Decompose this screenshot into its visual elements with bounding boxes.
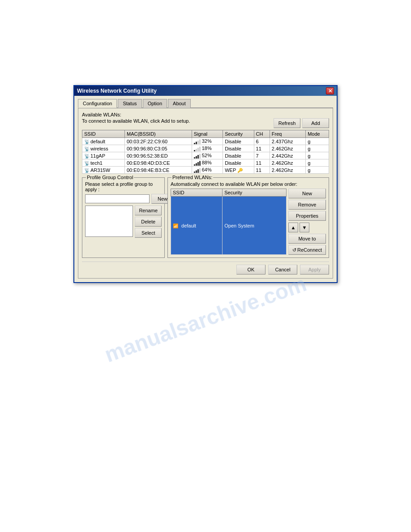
- wlan-table-row[interactable]: 📡11gAP 00:90:96:52:38:ED 52% Disable 7 2…: [82, 152, 329, 159]
- down-arrow-button[interactable]: ▼: [300, 223, 309, 232]
- preferred-reconnect-button[interactable]: ↺ ReConnect: [288, 245, 326, 255]
- profile-listbox-col: [85, 206, 133, 239]
- profile-group-panel: Profile Group Control Please select a pr…: [82, 177, 165, 258]
- refresh-button[interactable]: Refresh: [274, 118, 300, 128]
- preferred-row-ssid: 📶 default: [171, 197, 223, 255]
- preferred-table: SSID Security 📶 default: [171, 189, 287, 255]
- profile-delete-button[interactable]: Delete: [135, 217, 162, 227]
- preferred-moveto-button[interactable]: Move to: [288, 234, 326, 244]
- preferred-col-security: Security: [223, 189, 287, 197]
- col-mode: Mode: [306, 130, 329, 138]
- tab-status[interactable]: Status: [118, 99, 141, 108]
- profile-listbox[interactable]: [85, 206, 133, 237]
- col-security: Security: [223, 130, 254, 138]
- wlan-table-row[interactable]: 📡wireless 00:90:96:80:C3:05 18% Disable …: [82, 145, 329, 152]
- profile-group-description: Please select a profile group to apply :: [85, 181, 162, 192]
- svg-rect-14: [197, 162, 199, 166]
- add-button[interactable]: Add: [302, 118, 329, 128]
- cell-ch: 11: [254, 145, 270, 152]
- cell-ch: 6: [254, 138, 270, 145]
- col-ssid: SSID: [82, 130, 125, 138]
- svg-rect-16: [194, 172, 195, 173]
- svg-rect-4: [194, 150, 195, 151]
- cell-signal: 88%: [192, 159, 223, 167]
- cell-ssid: 📡AR315W: [82, 167, 125, 174]
- cell-security: Disable: [223, 145, 254, 152]
- col-freq: Freq: [270, 130, 305, 138]
- cell-ch: 7: [254, 152, 270, 159]
- cell-security: Disable: [223, 138, 254, 145]
- cell-security: Disable: [223, 152, 254, 159]
- col-ch: CH: [254, 130, 270, 138]
- apply-button[interactable]: Apply: [300, 265, 329, 275]
- wifi-icon: 📶: [173, 223, 178, 228]
- svg-rect-1: [196, 142, 197, 145]
- cell-signal: 64%: [192, 167, 223, 174]
- cell-mode: g: [306, 167, 329, 174]
- svg-rect-19: [199, 168, 201, 173]
- preferred-wlans-description: Automatically connect to available WLAN …: [171, 181, 326, 187]
- top-row: To connect to available WLAN, click Add …: [82, 118, 329, 128]
- svg-rect-17: [196, 171, 197, 173]
- cell-mode: g: [306, 138, 329, 145]
- title-bar: Wireless Network Config Utility ✕: [74, 86, 337, 96]
- preferred-remove-button[interactable]: Remove: [288, 200, 326, 210]
- wlan-table-row[interactable]: 📡tech1 00:E0:98:4D:D3:CE 88% Disable 11 …: [82, 159, 329, 167]
- cell-ch: 11: [254, 167, 270, 174]
- tab-option[interactable]: Option: [143, 99, 167, 108]
- available-wlans-label: Available WLANs:: [82, 112, 329, 117]
- cell-mode: g: [306, 145, 329, 152]
- preferred-buttons: New Remove Properties ▲ ▼ Move to ↺ ReCo…: [288, 189, 326, 255]
- cancel-button[interactable]: Cancel: [268, 265, 297, 275]
- cell-mac: 00:E0:98:4D:D3:CE: [125, 159, 192, 167]
- svg-rect-13: [196, 163, 197, 166]
- preferred-row-security: Open System: [223, 197, 287, 255]
- col-mac: MAC(BSSID): [125, 130, 192, 138]
- profile-right: Rename Delete Select: [85, 206, 162, 239]
- top-buttons: Refresh Add: [274, 118, 329, 128]
- cell-mac: 00:90:96:80:C3:05: [125, 145, 192, 152]
- preferred-table-row[interactable]: 📶 default Open System: [171, 197, 287, 255]
- window-title: Wireless Network Config Utility: [77, 88, 157, 94]
- svg-rect-9: [196, 156, 197, 159]
- profile-group-label: Profile Group Control: [86, 175, 134, 180]
- svg-rect-3: [199, 140, 201, 145]
- preferred-main: SSID Security 📶 default: [171, 189, 326, 255]
- wlan-table: SSID MAC(BSSID) Signal Security CH Freq …: [82, 130, 329, 174]
- profile-rename-button[interactable]: Rename: [135, 206, 162, 215]
- svg-rect-0: [194, 143, 195, 144]
- preferred-new-button[interactable]: New: [288, 189, 326, 198]
- close-button[interactable]: ✕: [326, 87, 334, 94]
- reconnect-icon: ↺: [292, 247, 296, 253]
- wlan-table-row[interactable]: 📡AR315W 00:E0:98:4E:B3:CE 64% WEP 🔑 11 2…: [82, 167, 329, 174]
- svg-rect-7: [199, 147, 201, 152]
- profile-name-input[interactable]: [85, 194, 150, 203]
- bottom-bar: OK Cancel Apply: [82, 262, 329, 275]
- ok-button[interactable]: OK: [236, 265, 265, 275]
- up-arrow-button[interactable]: ▲: [288, 223, 298, 232]
- cell-ssid: 📡tech1: [82, 159, 125, 167]
- profile-new-row: New: [85, 194, 162, 204]
- wlan-table-row[interactable]: 📡default 00:03:2F:22:C9:60 32% Disable 6…: [82, 138, 329, 145]
- svg-rect-18: [197, 169, 199, 173]
- cell-mac: 00:90:96:52:38:ED: [125, 152, 192, 159]
- cell-ssid: 📡11gAP: [82, 152, 125, 159]
- cell-signal: 32%: [192, 138, 223, 145]
- tab-about[interactable]: About: [168, 99, 191, 108]
- preferred-wlans-label: Preferred WLANs:: [171, 175, 213, 180]
- profile-select-button[interactable]: Select: [135, 228, 162, 238]
- svg-rect-6: [197, 148, 199, 151]
- svg-rect-10: [197, 155, 199, 159]
- cell-ssid: 📡default: [82, 138, 125, 145]
- available-wlans-description: To connect to available WLAN, click Add …: [82, 118, 190, 124]
- cell-ssid: 📡wireless: [82, 145, 125, 152]
- svg-rect-12: [194, 164, 195, 166]
- preferred-wlans-panel: Preferred WLANs: Automatically connect t…: [167, 177, 329, 258]
- cell-freq: 2.442Ghz: [270, 152, 305, 159]
- tab-configuration[interactable]: Configuration: [78, 99, 117, 108]
- svg-rect-8: [194, 157, 195, 159]
- cell-freq: 2.437Ghz: [270, 138, 305, 145]
- preferred-properties-button[interactable]: Properties: [288, 211, 326, 221]
- cell-security: WEP 🔑: [223, 167, 254, 174]
- svg-rect-2: [197, 141, 199, 144]
